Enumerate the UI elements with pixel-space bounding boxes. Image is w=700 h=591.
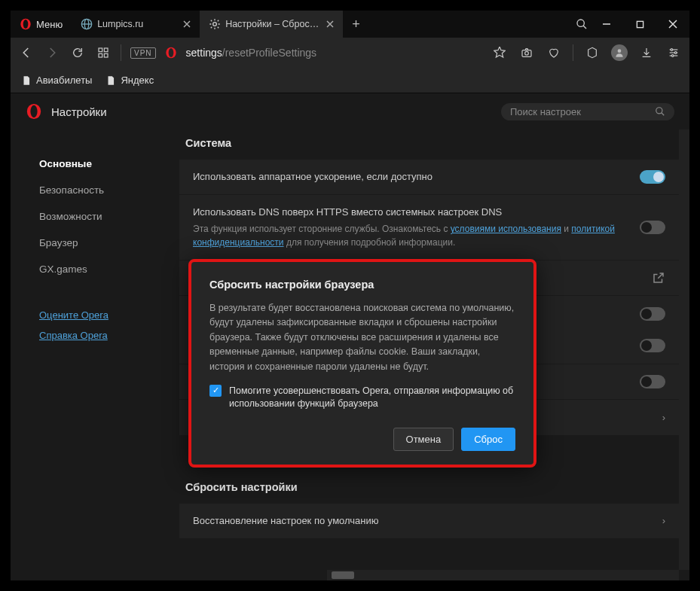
row-label: Использовать аппаратное ускорение, если …	[193, 170, 629, 184]
svg-rect-11	[104, 48, 108, 52]
menu-label: Меню	[36, 19, 63, 30]
svg-rect-9	[637, 21, 643, 27]
reload-button[interactable]	[69, 44, 86, 61]
sidebar-item-features[interactable]: Возможности	[39, 203, 155, 230]
dialog-body: В результате будет восстановлена поисков…	[209, 301, 515, 374]
reset-settings-dialog: Сбросить настройки браузера В результате…	[188, 259, 536, 468]
close-icon[interactable]	[326, 20, 334, 28]
settings-search-input[interactable]: Поиск настроек	[501, 103, 674, 120]
speed-dial-button[interactable]	[95, 44, 112, 61]
vpn-badge[interactable]: VPN	[130, 47, 156, 59]
globe-icon	[81, 18, 93, 30]
page-title: Настройки	[51, 105, 492, 118]
horizontal-scrollbar[interactable]	[327, 570, 679, 580]
url-field[interactable]: settings/resetProfileSettings	[186, 47, 482, 59]
url-path: /resetProfileSettings	[222, 47, 316, 59]
opera-logo-icon	[20, 18, 32, 30]
easy-setup-button[interactable]	[665, 44, 682, 61]
row-label: Восстановление настроек по умолчанию	[193, 514, 652, 528]
search-icon	[576, 18, 588, 30]
snapshot-button[interactable]	[518, 44, 535, 61]
svg-rect-13	[104, 53, 108, 57]
forward-button[interactable]	[44, 44, 60, 61]
svg-point-18	[618, 49, 622, 53]
close-window-button[interactable]	[656, 11, 689, 38]
svg-point-22	[671, 49, 673, 51]
row-dns-https[interactable]: Использовать DNS поверх HTTPS вместо сис…	[179, 195, 679, 260]
svg-point-17	[525, 51, 529, 55]
heart-button[interactable]	[546, 44, 562, 61]
svg-point-26	[30, 105, 37, 118]
tab-settings[interactable]: Настройки – Сбросить нас	[200, 11, 343, 38]
extensions-button[interactable]	[584, 44, 601, 61]
svg-point-24	[671, 55, 674, 57]
svg-point-27	[656, 108, 662, 114]
toggle-hidden-c[interactable]	[640, 375, 665, 388]
back-button[interactable]	[18, 44, 35, 61]
usage-stats-checkbox[interactable]: ✓	[209, 385, 222, 397]
svg-point-23	[674, 52, 677, 54]
opera-logo-icon	[26, 103, 42, 120]
tab-lumpics[interactable]: Lumpics.ru	[72, 11, 200, 38]
svg-point-15	[168, 48, 173, 57]
svg-rect-12	[99, 53, 102, 57]
opera-url-icon	[165, 47, 177, 59]
file-icon	[105, 75, 116, 86]
svg-point-5	[213, 23, 217, 26]
url-host: settings	[186, 47, 222, 59]
toggle-hidden-b[interactable]	[640, 339, 665, 352]
search-icon	[655, 106, 665, 117]
new-tab-button[interactable]: +	[343, 17, 369, 32]
maximize-button[interactable]	[623, 11, 656, 38]
reset-button[interactable]: Сброс	[461, 428, 515, 451]
svg-rect-10	[99, 48, 102, 52]
sidebar-item-basic[interactable]: Основные	[39, 151, 155, 177]
minimize-button[interactable]	[590, 11, 623, 38]
file-icon	[21, 75, 32, 86]
cancel-button[interactable]: Отмена	[393, 428, 454, 451]
row-label: Использовать DNS поверх HTTPS вместо сис…	[193, 206, 629, 219]
bookmark-aviabilety[interactable]: Авиабилеты	[21, 75, 92, 86]
search-tabs-button[interactable]	[573, 16, 590, 32]
sidebar-item-browser[interactable]: Браузер	[39, 230, 155, 256]
vertical-scrollbar[interactable]	[679, 129, 689, 570]
section-system-title: Система	[169, 129, 689, 160]
section-reset-title: Сбросить настройки	[169, 474, 689, 504]
row-hardware-acceleration[interactable]: Использовать аппаратное ускорение, если …	[179, 160, 679, 194]
sidebar-item-security[interactable]: Безопасность	[39, 177, 155, 203]
svg-point-6	[577, 20, 584, 26]
svg-line-7	[583, 26, 586, 29]
chevron-right-icon: ›	[662, 412, 665, 423]
profile-button[interactable]	[611, 44, 628, 61]
dialog-title: Сбросить настройки браузера	[209, 279, 515, 291]
bookmark-yandex[interactable]: Яндекс	[105, 75, 154, 86]
external-link-icon[interactable]	[652, 271, 665, 285]
sidebar-link-help[interactable]: Справка Opera	[39, 325, 155, 346]
downloads-button[interactable]	[638, 44, 655, 61]
sidebar-item-gxgames[interactable]: GX.games	[39, 256, 155, 282]
toggle-hidden-a[interactable]	[640, 307, 665, 321]
search-placeholder: Поиск настроек	[510, 106, 581, 117]
close-icon[interactable]	[183, 20, 191, 28]
tab-label: Настройки – Сбросить нас	[225, 19, 322, 29]
checkbox-label: Помогите усовершенствовать Opera, отправ…	[229, 385, 515, 411]
toggle-dns-https[interactable]	[640, 221, 665, 234]
gear-icon	[209, 18, 221, 30]
sidebar-link-rate[interactable]: Оцените Opera	[39, 305, 155, 325]
svg-point-1	[23, 20, 29, 29]
row-restore-defaults[interactable]: Восстановление настроек по умолчанию ›	[179, 504, 679, 538]
svg-line-28	[662, 113, 665, 116]
bookmark-button[interactable]	[491, 44, 508, 61]
row-description: Эта функция использует сторонние службы.…	[193, 222, 629, 249]
tab-label: Lumpics.ru	[97, 19, 179, 29]
chevron-right-icon: ›	[662, 515, 665, 526]
terms-link[interactable]: условиями использования	[451, 224, 561, 234]
toggle-hardware-acceleration[interactable]	[640, 170, 665, 184]
menu-button[interactable]: Меню	[11, 18, 72, 30]
